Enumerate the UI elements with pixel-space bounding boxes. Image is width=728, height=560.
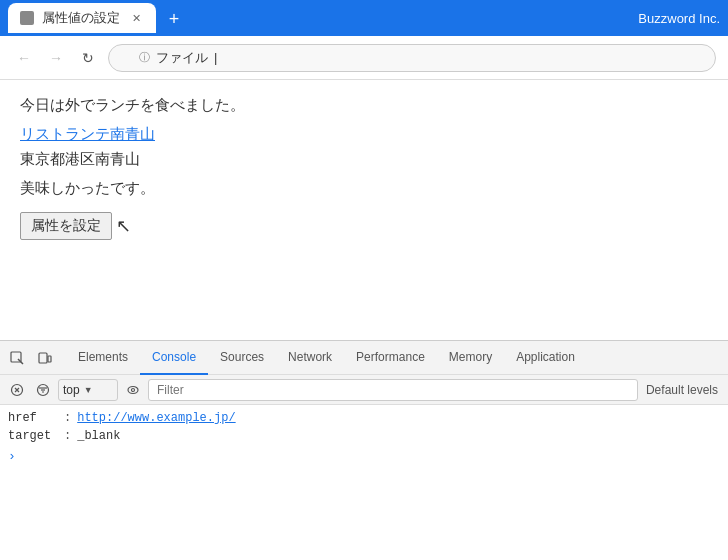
tab-performance[interactable]: Performance [344,341,437,375]
tab-area: 属性値の設定 ✕ + [8,3,638,33]
svg-rect-2 [48,356,51,362]
title-bar: 属性値の設定 ✕ + Buzzword Inc. [0,0,728,36]
page-address: 東京都港区南青山 [20,150,708,169]
tab-close-button[interactable]: ✕ [128,10,144,26]
svg-point-9 [132,388,135,391]
info-icon: ⓘ [139,50,150,65]
filter-input[interactable] [148,379,638,401]
cursor-icon: ↖ [116,215,131,237]
tab-console[interactable]: Console [140,341,208,375]
reload-button[interactable]: ↻ [76,46,100,70]
console-colon-2: : [64,429,71,443]
browser-tab[interactable]: 属性値の設定 ✕ [8,3,156,33]
page-link[interactable]: リストランテ南青山 [20,125,708,144]
address-input[interactable]: ⓘ ファイル | [108,44,716,72]
forward-button[interactable]: → [44,46,68,70]
console-target-value: _blank [77,429,120,443]
svg-rect-1 [39,353,47,363]
console-line-target: target : _blank [8,427,720,445]
new-tab-button[interactable]: + [160,5,188,33]
tab-application[interactable]: Application [504,341,587,375]
tab-sources[interactable]: Sources [208,341,276,375]
buzzword-label: Buzzword Inc. [638,11,720,26]
tab-memory[interactable]: Memory [437,341,504,375]
tab-favicon-icon [20,11,34,25]
console-prop-target: target [8,429,58,443]
devtools-panel: Elements Console Sources Network Perform… [0,340,728,560]
eye-icon[interactable] [122,379,144,401]
console-line-href: href : http://www.example.jp/ [8,409,720,427]
console-prompt[interactable]: › [8,445,720,468]
back-button[interactable]: ← [12,46,36,70]
console-prop-href: href [8,411,58,425]
address-bar: ← → ↻ ⓘ ファイル | [0,36,728,80]
devtools-toolbar: top ▼ Default levels [0,375,728,405]
address-text: ファイル [156,49,208,67]
default-levels-label: Default levels [642,383,722,397]
devtools-icon-group [4,345,58,371]
context-select[interactable]: top ▼ [58,379,118,401]
address-separator: | [214,50,217,65]
tab-title: 属性値の設定 [42,9,120,27]
console-colon-1: : [64,411,71,425]
console-prompt-icon: › [8,449,16,464]
filter-icon[interactable] [32,379,54,401]
tab-elements[interactable]: Elements [66,341,140,375]
tab-network[interactable]: Network [276,341,344,375]
devtools-tabs-row: Elements Console Sources Network Perform… [0,341,728,375]
page-line1: 今日は外でランチを食べました。 [20,96,708,115]
svg-point-8 [128,386,138,393]
context-select-text: top [63,383,80,397]
devtools-console: href : http://www.example.jp/ target : _… [0,405,728,560]
console-href-link[interactable]: http://www.example.jp/ [77,411,235,425]
context-select-arrow-icon: ▼ [84,385,93,395]
set-attr-button[interactable]: 属性を設定 [20,212,112,240]
device-toggle-icon[interactable] [32,345,58,371]
inspect-element-icon[interactable] [4,345,30,371]
page-content: 今日は外でランチを食べました。 リストランテ南青山 東京都港区南青山 美味しかっ… [0,80,728,340]
page-comment: 美味しかったです。 [20,179,708,198]
clear-console-icon[interactable] [6,379,28,401]
